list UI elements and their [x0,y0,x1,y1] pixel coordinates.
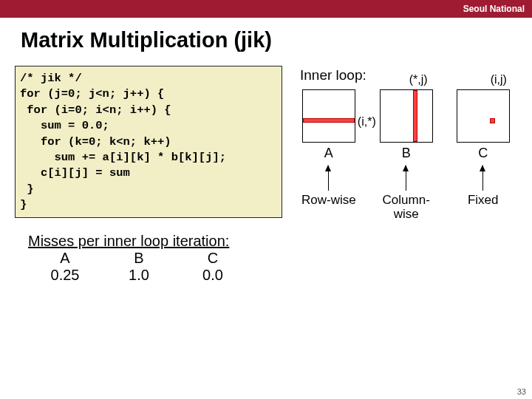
misses-value-row: 0.25 1.0 0.0 [28,267,288,284]
matrix-b-name: B [402,146,411,161]
misses-val-b: 1.0 [102,267,176,284]
matrix-a-name: A [324,146,333,161]
matrix-a: (i,*) [302,89,355,143]
misses-col-a: A [28,250,102,267]
matrix-c [457,89,510,143]
matrix-b [380,89,433,143]
caption-b: Column- wise [383,194,430,221]
matrix-c-annot: (i,j) [491,73,507,86]
code-content: /* jik */ for (j=0; j<n; j++) { for (i=0… [20,71,276,213]
matrix-unit-a: (i,*) A Row-wise [301,89,356,208]
misses-col-c: C [176,250,250,267]
left-column: /* jik */ for (j=0; j<n; j++) { for (i=0… [15,66,288,284]
header-bar: Seoul National [0,0,532,18]
matrices-row: (i,*) A Row-wise (*,j) B Column- wise (i… [301,89,532,221]
page-number: 33 [517,387,526,396]
arrow-c [482,166,483,191]
misses-col-b: B [102,250,176,267]
matrix-c-dot [490,118,495,123]
misses-val-c: 0.0 [176,267,250,284]
arrow-a [328,166,329,191]
matrix-a-annot: (i,*) [358,115,376,129]
misses-val-a: 0.25 [28,267,102,284]
arrow-b [406,166,406,191]
misses-title: Misses per inner loop iteration: [28,233,288,250]
slide-body: /* jik */ for (j=0; j<n; j++) { for (i=0… [0,66,532,284]
right-column: Inner loop: (i,*) A Row-wise (*,j) B Col… [288,66,532,284]
misses-block: Misses per inner loop iteration: A B C 0… [15,233,288,284]
matrix-a-strip [303,118,355,123]
misses-header-row: A B C [28,250,288,267]
matrix-c-name: C [478,146,488,161]
matrix-unit-b: (*,j) B Column- wise [380,89,433,221]
slide-title: Matrix Multiplication (jik) [21,28,519,52]
matrix-b-annot: (*,j) [409,73,428,86]
org-name: Seoul National [463,4,525,14]
matrix-unit-c: (i,j) C Fixed [457,89,510,208]
caption-a: Row-wise [301,194,356,208]
matrix-b-strip [413,90,417,142]
caption-c: Fixed [468,194,499,208]
code-box: /* jik */ for (j=0; j<n; j++) { for (i=0… [15,66,282,218]
